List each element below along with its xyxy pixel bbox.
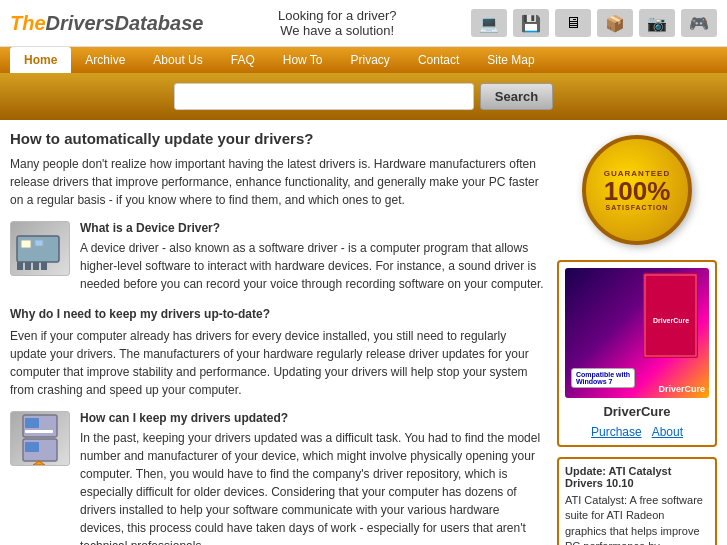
laptop-icon: 💻 bbox=[471, 9, 507, 37]
drivercure-about-button[interactable]: About bbox=[652, 425, 683, 439]
svg-rect-2 bbox=[35, 240, 43, 246]
section1-title: What is a Device Driver? bbox=[80, 221, 545, 235]
section-device-driver: What is a Device Driver? A device driver… bbox=[10, 221, 545, 293]
section3-body: In the past, keeping your drivers update… bbox=[80, 429, 545, 545]
navigation: Home Archive About Us FAQ How To Privacy… bbox=[0, 47, 727, 73]
badge-circle: Guaranteed 100% Satisfaction bbox=[582, 135, 692, 245]
nav-contact[interactable]: Contact bbox=[404, 47, 473, 73]
logo-database: Database bbox=[115, 12, 204, 34]
svg-text:DriverCure: DriverCure bbox=[653, 317, 689, 324]
svg-rect-3 bbox=[17, 262, 23, 270]
svg-rect-6 bbox=[41, 262, 47, 270]
svg-rect-8 bbox=[25, 418, 39, 428]
logo-drivers: Drivers bbox=[46, 12, 115, 34]
section-device-driver-text: What is a Device Driver? A device driver… bbox=[80, 221, 545, 293]
nav-sitemap[interactable]: Site Map bbox=[473, 47, 548, 73]
pci-card-icon-wrapper bbox=[10, 221, 70, 293]
nav-home[interactable]: Home bbox=[10, 47, 71, 73]
svg-rect-9 bbox=[25, 430, 53, 433]
server-icon bbox=[10, 411, 70, 466]
nav-archive[interactable]: Archive bbox=[71, 47, 139, 73]
header-icons: 💻 💾 🖥 📦 📷 🎮 bbox=[471, 9, 717, 37]
section2-block: Why do I need to keep my drivers up-to-d… bbox=[10, 305, 545, 399]
drivercure-img-label: DriverCure bbox=[658, 384, 705, 394]
server-svg bbox=[15, 413, 65, 465]
section2-title: Why do I need to keep my drivers up-to-d… bbox=[10, 305, 545, 323]
chip-icon: 📦 bbox=[597, 9, 633, 37]
drivercure-purchase-button[interactable]: Purchase bbox=[591, 425, 642, 439]
svg-rect-12 bbox=[643, 273, 698, 358]
server-icon-wrapper bbox=[10, 411, 70, 545]
update-box: Update: ATI Catalyst Drivers 10.10 ATI C… bbox=[557, 457, 717, 545]
search-input[interactable] bbox=[174, 83, 474, 110]
article-content: How to automatically update your drivers… bbox=[10, 130, 545, 545]
section-keep-updated: How can I keep my drivers updated? In th… bbox=[10, 411, 545, 545]
gamepad-icon: 🎮 bbox=[681, 9, 717, 37]
pci-card-svg bbox=[15, 228, 65, 270]
logo-the: The bbox=[10, 12, 46, 34]
floppy-icon: 💾 bbox=[513, 9, 549, 37]
drivercure-buttons: Purchase About bbox=[565, 425, 709, 439]
drivercure-box-art: DriverCure bbox=[643, 273, 703, 363]
camera-icon: 📷 bbox=[639, 9, 675, 37]
search-button[interactable]: Search bbox=[480, 83, 553, 110]
win7-badge: Compatible withWindows 7 bbox=[571, 368, 635, 388]
section1-body: A device driver - also known as a softwa… bbox=[80, 239, 545, 293]
pci-card-icon bbox=[10, 221, 70, 276]
logo: TheDriversDatabase bbox=[10, 12, 203, 35]
tagline-line1: Looking for a driver? bbox=[203, 8, 471, 23]
main-content: How to automatically update your drivers… bbox=[0, 120, 727, 545]
nav-howto[interactable]: How To bbox=[269, 47, 337, 73]
nav-faq[interactable]: FAQ bbox=[217, 47, 269, 73]
nav-about[interactable]: About Us bbox=[139, 47, 216, 73]
page-title: How to automatically update your drivers… bbox=[10, 130, 545, 147]
drivercure-box: Compatible withWindows 7 DriverCure Driv… bbox=[557, 260, 717, 447]
svg-rect-4 bbox=[25, 262, 31, 270]
svg-rect-5 bbox=[33, 262, 39, 270]
header: TheDriversDatabase Looking for a driver?… bbox=[0, 0, 727, 47]
update-text: ATI Catalyst: A free software suite for … bbox=[565, 493, 709, 545]
update-title: Update: ATI Catalyst Drivers 10.10 bbox=[565, 465, 709, 489]
section-keep-updated-text: How can I keep my drivers updated? In th… bbox=[80, 411, 545, 545]
sidebar: Guaranteed 100% Satisfaction Compatible … bbox=[557, 130, 717, 545]
section2-body: Even if your computer already has driver… bbox=[10, 327, 545, 399]
guarantee-badge: Guaranteed 100% Satisfaction bbox=[577, 130, 697, 250]
intro-text: Many people don't realize how important … bbox=[10, 155, 545, 209]
nav-privacy[interactable]: Privacy bbox=[337, 47, 404, 73]
tagline-line2: We have a solution! bbox=[203, 23, 471, 38]
drivercure-image: Compatible withWindows 7 DriverCure Driv… bbox=[565, 268, 709, 398]
section3-title: How can I keep my drivers updated? bbox=[80, 411, 545, 425]
desktop-icon: 🖥 bbox=[555, 9, 591, 37]
svg-rect-1 bbox=[21, 240, 31, 248]
drivercure-title: DriverCure bbox=[565, 404, 709, 419]
badge-satisfaction: Satisfaction bbox=[606, 204, 669, 211]
tagline: Looking for a driver? We have a solution… bbox=[203, 8, 471, 38]
svg-rect-11 bbox=[25, 442, 39, 452]
search-bar: Search bbox=[0, 73, 727, 120]
badge-percent: 100% bbox=[604, 178, 671, 204]
